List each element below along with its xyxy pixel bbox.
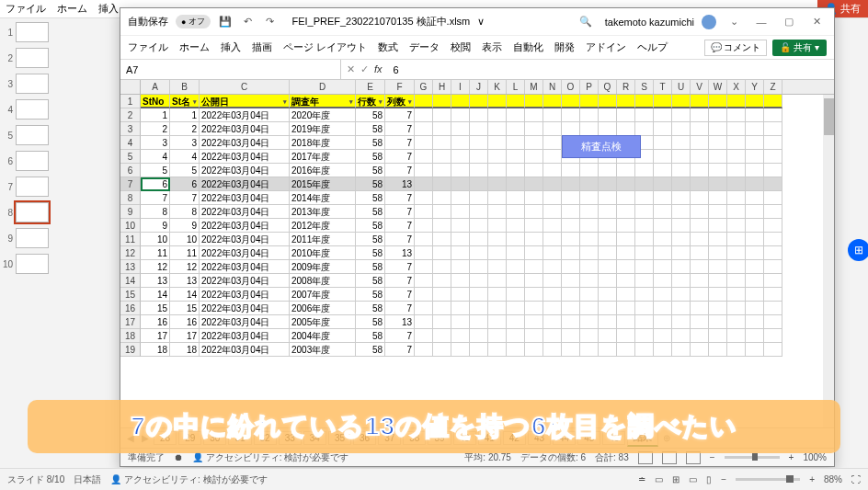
cell[interactable]: 58 bbox=[356, 205, 385, 219]
cell[interactable]: 2006年度 bbox=[290, 302, 356, 315]
column-header[interactable]: L bbox=[507, 80, 525, 94]
cell[interactable]: 58 bbox=[356, 122, 385, 136]
column-header[interactable]: Z bbox=[764, 80, 782, 94]
autosave-toggle[interactable]: ● オフ bbox=[176, 15, 211, 28]
cell[interactable]: 58 bbox=[356, 288, 385, 302]
table-row[interactable]: 5442022年03月04日2017年度587 bbox=[120, 150, 823, 164]
table-row[interactable]: 6552022年03月04日2016年度587 bbox=[120, 164, 823, 177]
ribbon-tab[interactable]: 校閲 bbox=[451, 40, 471, 54]
cell[interactable]: 2014年度 bbox=[290, 191, 356, 205]
cell[interactable]: 16 bbox=[170, 315, 200, 329]
cell[interactable]: 2022年03月04日 bbox=[200, 274, 290, 288]
cell[interactable]: 2011年度 bbox=[290, 233, 356, 246]
cell[interactable]: 1 bbox=[141, 108, 170, 122]
cell[interactable]: 58 bbox=[356, 315, 385, 329]
minimize-button[interactable]: — bbox=[751, 17, 771, 28]
cell[interactable]: 58 bbox=[356, 343, 385, 357]
cell[interactable]: 58 bbox=[356, 177, 385, 191]
cell[interactable]: 2022年03月04日 bbox=[200, 136, 290, 150]
cell[interactable]: 7 bbox=[385, 233, 415, 246]
cell[interactable]: 6 bbox=[141, 177, 170, 191]
cell[interactable]: 12 bbox=[141, 260, 170, 274]
undo-icon[interactable]: ↶ bbox=[240, 15, 255, 29]
cell[interactable]: 2015年度 bbox=[290, 177, 356, 191]
table-row[interactable]: 1918182022年03月04日2003年度587 bbox=[120, 343, 823, 357]
table-row[interactable]: 1312122022年03月04日2009年度587 bbox=[120, 260, 823, 274]
column-header[interactable]: C bbox=[200, 80, 290, 94]
cell[interactable]: 2022年03月04日 bbox=[200, 288, 290, 302]
view-sorter[interactable]: ⊞ bbox=[672, 474, 680, 484]
cell[interactable]: 2022年03月04日 bbox=[200, 191, 290, 205]
cell[interactable]: 2022年03月04日 bbox=[200, 343, 290, 357]
cell[interactable]: 13 bbox=[385, 315, 415, 329]
cell[interactable]: 2022年03月04日 bbox=[200, 205, 290, 219]
ribbon-tab[interactable]: 描画 bbox=[252, 40, 272, 54]
cell[interactable]: 2018年度 bbox=[290, 136, 356, 150]
maximize-button[interactable]: ▢ bbox=[779, 16, 799, 28]
table-row[interactable]: 1716162022年03月04日2005年度5813 bbox=[120, 315, 823, 329]
cell[interactable]: 14 bbox=[170, 288, 200, 302]
cell[interactable]: 17 bbox=[170, 329, 200, 343]
record-macro-icon[interactable]: ⏺ bbox=[174, 452, 183, 462]
cell[interactable]: 10 bbox=[141, 233, 170, 246]
cell[interactable]: 12 bbox=[170, 260, 200, 274]
comments-button[interactable]: 💬 コメント bbox=[704, 40, 768, 56]
cell[interactable]: 7 bbox=[385, 288, 415, 302]
column-header[interactable]: I bbox=[451, 80, 470, 94]
cell[interactable]: 58 bbox=[356, 219, 385, 233]
fx-icon[interactable]: fx bbox=[374, 63, 383, 75]
dropbox-icon[interactable]: ⊞ bbox=[848, 239, 868, 261]
cell[interactable]: 2 bbox=[170, 122, 200, 136]
cell[interactable]: 7 bbox=[170, 191, 200, 205]
column-header[interactable]: U bbox=[672, 80, 691, 94]
ppt-lang[interactable]: 日本語 bbox=[74, 473, 101, 486]
column-header[interactable]: H bbox=[433, 80, 451, 94]
ribbon-tab[interactable]: ファイル bbox=[128, 40, 168, 54]
column-header[interactable]: N bbox=[543, 80, 562, 94]
cell[interactable]: 7 bbox=[385, 329, 415, 343]
cell[interactable]: 16 bbox=[141, 315, 170, 329]
menu-home[interactable]: ホーム bbox=[57, 2, 87, 16]
header-cell[interactable]: StNo▾ bbox=[141, 95, 170, 108]
cell[interactable]: 2022年03月04日 bbox=[200, 246, 290, 260]
cell[interactable]: 58 bbox=[356, 329, 385, 343]
column-header[interactable]: T bbox=[654, 80, 672, 94]
cell[interactable]: 9 bbox=[141, 219, 170, 233]
ppt-zoom-out[interactable]: − bbox=[721, 474, 726, 484]
cell[interactable]: 2022年03月04日 bbox=[200, 122, 290, 136]
cell[interactable]: 8 bbox=[141, 205, 170, 219]
cell[interactable]: 2 bbox=[141, 122, 170, 136]
zoom-slider[interactable] bbox=[725, 456, 780, 459]
cell[interactable]: 58 bbox=[356, 136, 385, 150]
cell[interactable]: 58 bbox=[356, 164, 385, 177]
column-header[interactable]: K bbox=[488, 80, 507, 94]
cell[interactable]: 7 bbox=[385, 108, 415, 122]
cell[interactable]: 1 bbox=[170, 108, 200, 122]
ribbon-tab[interactable]: 挿入 bbox=[221, 40, 241, 54]
cell[interactable]: 2019年度 bbox=[290, 122, 356, 136]
cell[interactable]: 7 bbox=[385, 274, 415, 288]
table-row[interactable]: 1514142022年03月04日2007年度587 bbox=[120, 288, 823, 302]
cell[interactable]: 8 bbox=[170, 205, 200, 219]
view-reading[interactable]: ▭ bbox=[689, 474, 697, 484]
cell[interactable]: 2022年03月04日 bbox=[200, 233, 290, 246]
username[interactable]: takemoto kazumichi bbox=[605, 17, 694, 28]
table-row[interactable]: 7662022年03月04日2015年度5813 bbox=[120, 177, 823, 191]
cell[interactable]: 11 bbox=[141, 246, 170, 260]
cell[interactable]: 2008年度 bbox=[290, 274, 356, 288]
view-normal[interactable]: ▭ bbox=[655, 474, 663, 484]
cell[interactable]: 58 bbox=[356, 191, 385, 205]
header-cell[interactable]: 行数▾ bbox=[356, 95, 385, 108]
column-header[interactable]: Q bbox=[599, 80, 617, 94]
slide-thumbnail[interactable]: 10 bbox=[2, 254, 50, 274]
slide-thumbnail[interactable]: 7 bbox=[2, 177, 50, 197]
search-icon[interactable]: 🔍 bbox=[579, 16, 592, 28]
cell[interactable]: 3 bbox=[141, 136, 170, 150]
vertical-scrollbar[interactable] bbox=[823, 95, 834, 427]
column-header[interactable]: D bbox=[290, 80, 356, 94]
save-icon[interactable]: 💾 bbox=[218, 15, 233, 29]
cell[interactable]: 7 bbox=[385, 205, 415, 219]
column-header[interactable]: W bbox=[709, 80, 727, 94]
cell[interactable]: 2022年03月04日 bbox=[200, 150, 290, 164]
table-row[interactable]: 1211112022年03月04日2010年度5813 bbox=[120, 246, 823, 260]
